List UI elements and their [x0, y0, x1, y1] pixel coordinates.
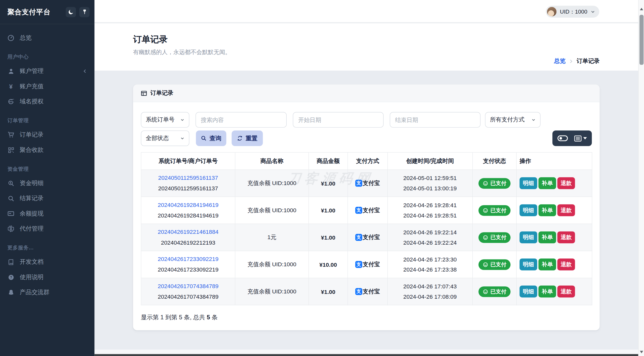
amount: ¥1.00 — [309, 224, 348, 251]
sidebar-item-usage-guide[interactable]: ? 使用说明 — [0, 270, 94, 285]
reissue-button[interactable]: 补单 — [539, 177, 556, 189]
col-header-amount: 商品金额 — [309, 152, 348, 170]
section-title: 资金管理 — [0, 162, 94, 175]
theme-brush-button[interactable] — [79, 7, 90, 17]
chevron-left-icon — [83, 69, 87, 73]
search-input[interactable] — [196, 112, 287, 128]
time-cell: 2024-04-26 17:07:432024-04-26 17:08:09 — [388, 278, 473, 305]
product-name: 充值余额 UID:1000 — [235, 278, 309, 305]
sidebar-item-payout-manage[interactable]: 代付管理 — [0, 221, 94, 236]
scroll-up-arrow[interactable] — [640, 8, 643, 10]
refund-button[interactable]: 退款 — [557, 258, 575, 270]
alipay-icon: 支 — [355, 261, 362, 268]
dark-mode-button[interactable] — [66, 7, 76, 17]
sidebar-item-label: 总览 — [20, 34, 31, 42]
chevron-down-icon — [532, 118, 536, 122]
reissue-button[interactable]: 补单 — [539, 286, 556, 297]
sidebar-header: 聚合支付平台 — [0, 0, 94, 24]
order-no-link[interactable]: 2024042617233092219 — [144, 254, 233, 264]
scrollbar-thumb[interactable] — [639, 15, 643, 65]
query-button[interactable]: 查询 — [196, 130, 226, 146]
topbar: UID：1000 — [94, 0, 638, 23]
filter-row-2: 全部状态 查询 — [141, 130, 592, 146]
vertical-scrollbar[interactable] — [638, 0, 644, 356]
refund-button[interactable]: 退款 — [557, 177, 575, 189]
sidebar-item-account-recharge[interactable]: ¥ 账户充值 — [0, 79, 94, 94]
start-date-input[interactable] — [293, 112, 384, 128]
detail-button[interactable]: 明细 — [519, 177, 537, 189]
breadcrumb-root-link[interactable]: 总览 — [554, 57, 566, 65]
reissue-button[interactable]: 补单 — [539, 204, 556, 216]
status-select[interactable]: 全部状态 — [141, 130, 190, 146]
detail-button[interactable]: 明细 — [519, 231, 537, 243]
col-header-status: 支付状态 — [473, 152, 517, 170]
sidebar-item-settlement-records[interactable]: 结算记录 — [0, 191, 94, 206]
uid-label: UID：1000 — [560, 8, 587, 15]
main-area: UID：1000 订单记录 有幽默感的人，永远都不会默默无闻。 总览 订单记录 — [94, 0, 638, 356]
refund-button[interactable]: 退款 — [557, 286, 575, 297]
order-no-link[interactable]: 2024050112595161137 — [144, 172, 233, 183]
merchant-no: 2024050112595161137 — [144, 183, 233, 194]
col-header-method: 支付方式 — [348, 152, 387, 170]
columns-dropdown-button[interactable] — [574, 135, 587, 141]
reissue-button[interactable]: 补单 — [539, 258, 556, 270]
qrcode-icon — [7, 147, 14, 154]
search-icon — [7, 195, 14, 202]
detail-button[interactable]: 明细 — [519, 204, 537, 216]
qq-penguin-icon — [7, 289, 14, 296]
sidebar-item-label: 结算记录 — [20, 195, 44, 202]
order-no-link[interactable]: 2024042617074384789 — [144, 281, 233, 291]
user-menu[interactable]: UID：1000 — [546, 6, 599, 18]
page-header: 订单记录 有幽默感的人，永远都不会默默无闻。 总览 订单记录 — [94, 23, 638, 71]
card-header: 订单记录 — [133, 84, 600, 102]
order-type-select[interactable]: 系统订单号 — [141, 112, 190, 128]
sidebar-item-product-group[interactable]: 产品交流群 — [0, 285, 94, 300]
reissue-button[interactable]: 补单 — [539, 231, 556, 243]
smiley-icon — [483, 180, 488, 186]
col-header-actions: 操作 — [516, 152, 592, 170]
toggle-icon — [557, 135, 568, 142]
scroll-down-arrow[interactable] — [640, 351, 643, 353]
amount: ¥1.00 — [309, 197, 348, 224]
user-icon — [7, 68, 14, 75]
sidebar-item-overview[interactable]: 总览 — [0, 30, 94, 46]
order-no-link[interactable]: 2024042619284194619 — [144, 200, 233, 210]
merchant-no: 2024042617233092219 — [144, 264, 233, 275]
status-badge: 已支付 — [478, 205, 510, 215]
sidebar-item-label: 账户充值 — [20, 82, 44, 90]
book-icon — [7, 258, 14, 265]
refund-button[interactable]: 退款 — [557, 231, 575, 243]
refund-button[interactable]: 退款 — [557, 204, 575, 216]
card-icon — [7, 210, 14, 217]
pay-method: 支支付宝 — [355, 234, 380, 241]
product-name: 充值余额 UID:1000 — [235, 197, 309, 224]
search-icon — [201, 136, 207, 141]
sidebar-item-balance-withdraw[interactable]: 余额提现 — [0, 206, 94, 221]
sidebar-item-fund-details[interactable]: 资金明细 — [0, 175, 94, 191]
time-cell: 2024-04-26 17:23:302024-04-26 17:23:38 — [388, 251, 473, 278]
sidebar-item-account-manage[interactable]: 账户管理 — [0, 64, 94, 79]
card-body: 系统订单号 所有支付方式 — [133, 102, 600, 330]
product-name: 充值余额 UID:1000 — [235, 170, 309, 197]
horizontal-scrollbar[interactable] — [94, 354, 638, 356]
breadcrumb-current: 订单记录 — [577, 57, 599, 65]
card-view-toggle[interactable] — [557, 135, 568, 142]
status-badge: 已支付 — [478, 259, 510, 270]
end-date-input[interactable] — [390, 112, 481, 128]
reset-button[interactable]: 重置 — [232, 130, 263, 146]
pay-method-select[interactable]: 所有支付方式 — [485, 112, 540, 128]
sidebar-item-dev-docs[interactable]: 开发文档 — [0, 254, 94, 270]
sidebar-item-label: 订单记录 — [20, 131, 44, 139]
sidebar-item-label: 使用说明 — [20, 273, 44, 281]
amount: ¥1.00 — [309, 170, 348, 197]
sidebar-item-label: 产品交流群 — [20, 288, 49, 296]
sidebar-item-domain-auth[interactable]: 域名授权 — [0, 94, 94, 109]
page-subtitle: 有幽默感的人，永远都不会默默无闻。 — [133, 49, 231, 56]
detail-button[interactable]: 明细 — [519, 286, 537, 297]
detail-button[interactable]: 明细 — [519, 258, 537, 270]
section-title: 用户中心 — [0, 51, 94, 64]
sidebar-item-order-records[interactable]: 订单记录 — [0, 127, 94, 142]
order-no-link[interactable]: 2024042619221461884 — [144, 227, 233, 237]
sidebar-item-aggregate-collect[interactable]: 聚合收款 — [0, 142, 94, 157]
dashboard-icon — [7, 34, 14, 41]
